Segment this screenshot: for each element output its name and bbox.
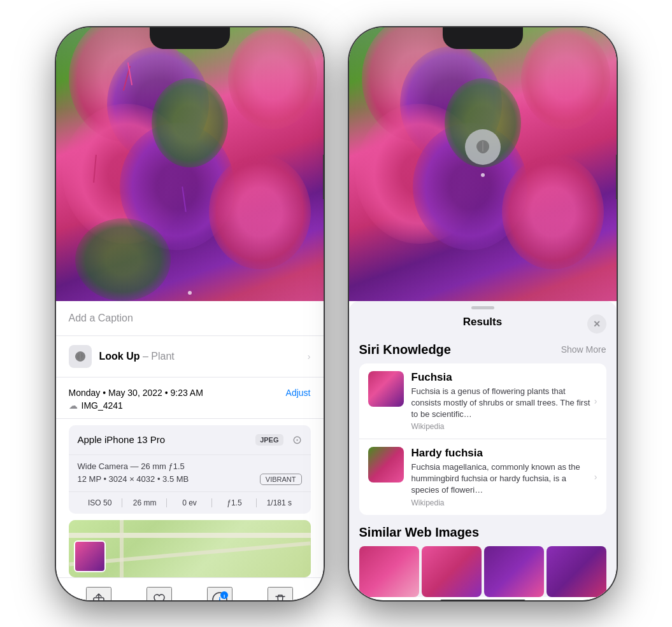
phone1-notch [150,27,230,49]
jpeg-badge: JPEG [255,434,283,446]
knowledge-item-hardy-fuchsia[interactable]: Hardy fuchsia Fuchsia magellanica, commo… [359,439,606,515]
knowledge-card: Fuchsia Fuchsia is a genus of flowering … [359,363,606,515]
map-mini-photo [74,540,106,572]
wide-camera-text: Wide Camera — 26 mm ƒ1.5 [78,461,302,471]
show-more-button[interactable]: Show More [561,344,606,355]
camera-details: Wide Camera — 26 mm ƒ1.5 12 MP • 3024 × … [69,455,311,492]
adjust-button[interactable]: Adjust [286,388,311,398]
date-text: Monday • May 30, 2022 • 9:23 AM [69,388,203,398]
results-header: Results ✕ [349,309,617,335]
caption-area[interactable]: Add a Caption [56,301,324,336]
mp-row: 12 MP • 3024 × 4032 • 3.5 MB VIBRANT [78,474,302,485]
cloud-icon: ☁ [69,400,78,411]
phone2-screen: Results ✕ Siri Knowledge Show More [349,27,617,600]
fuchsia-name: Fuchsia [411,371,590,384]
camera-name: Apple iPhone 13 Pro [78,434,166,445]
fuchsia-text: Fuchsia Fuchsia is a genus of flowering … [411,371,590,432]
close-icon: ✕ [593,319,601,329]
fuchsia-source: Wikipedia [411,422,590,431]
phone-1: Add a Caption Look Up – Plant › [56,27,324,600]
date-row: Monday • May 30, 2022 • 9:23 AM Adjust [69,388,311,398]
results-scroll[interactable]: Siri Knowledge Show More Fuchsia Fuchsia… [349,335,617,597]
hardy-fuchsia-name: Hardy fuchsia [411,447,590,460]
filename-row: ☁ IMG_4241 [69,400,311,411]
leaf-lookup-icon [74,350,87,363]
lookup-label: Look Up – Plant [99,351,175,362]
lookup-icon [69,345,92,368]
lookup-chevron-icon: › [308,351,311,362]
hardy-fuchsia-thumbnail [368,447,404,483]
results-close-button[interactable]: ✕ [587,314,606,334]
phone1-photo[interactable] [56,27,324,301]
heart-icon [152,593,166,600]
map-section[interactable] [69,520,311,577]
siri-knowledge-header: Siri Knowledge Show More [359,342,606,357]
dot-indicator [481,173,485,177]
exif-shutter: 1/181 s [257,498,301,507]
date-section: Monday • May 30, 2022 • 9:23 AM Adjust ☁… [56,377,324,419]
info-button[interactable]: i i [207,587,232,600]
fuchsia-chevron-icon: › [594,396,597,406]
results-panel: Results ✕ Siri Knowledge Show More [349,301,617,597]
hardy-fuchsia-desc: Fuchsia magellanica, commonly known as t… [411,461,590,497]
similar-image-4[interactable] [547,546,606,597]
svg-text:i: i [218,596,220,600]
phone1-content: Add a Caption Look Up – Plant › [56,301,324,577]
fuchsia-desc: Fuchsia is a genus of flowering plants t… [411,386,590,421]
similar-image-2[interactable] [422,546,482,597]
hardy-fuchsia-text: Hardy fuchsia Fuchsia magellanica, commo… [411,447,590,507]
mp-text: 12 MP • 3024 × 4032 • 3.5 MB [78,474,189,484]
share-button[interactable] [86,587,111,600]
favorite-button[interactable] [147,587,172,600]
similar-images-grid[interactable] [359,546,606,597]
settings-icon[interactable]: ⊙ [292,433,302,447]
similar-web-images-section: Similar Web Images [359,525,606,597]
knowledge-item-fuchsia[interactable]: Fuchsia Fuchsia is a genus of flowering … [359,363,606,440]
phone1-screen: Add a Caption Look Up – Plant › [56,27,324,600]
filename-text: IMG_4241 [82,400,123,411]
exif-row: ISO 50 26 mm 0 ev ƒ1.5 1/181 s [69,492,311,514]
exif-focal: 26 mm [122,498,167,507]
info-icon: i i [211,591,228,600]
home-indicator-2 [440,600,525,600]
fuchsia-thumbnail [368,371,404,407]
siri-knowledge-title: Siri Knowledge [359,342,451,357]
hardy-fuchsia-source: Wikipedia [411,498,590,507]
camera-header: Apple iPhone 13 Pro JPEG ⊙ [69,425,311,455]
camera-section: Apple iPhone 13 Pro JPEG ⊙ Wide Camera —… [69,425,311,514]
similar-image-3[interactable] [484,546,544,597]
similar-image-1[interactable] [359,546,419,597]
visual-lookup-button[interactable] [465,129,501,165]
trash-icon [273,593,287,600]
phone2-notch [443,27,523,49]
phone1-toolbar: i i [56,577,324,600]
phone2-photo[interactable] [349,27,617,301]
leaf-visual-icon [474,138,492,156]
lookup-row[interactable]: Look Up – Plant › [56,336,324,377]
caption-placeholder[interactable]: Add a Caption [69,313,133,323]
delete-button[interactable] [268,587,293,600]
camera-header-right: JPEG ⊙ [255,433,301,447]
exif-aperture: ƒ1.5 [212,498,257,507]
exif-iso: ISO 50 [78,498,122,507]
results-title: Results [463,316,502,328]
share-icon [92,593,106,600]
svg-text:i: i [224,593,225,599]
exif-ev: 0 ev [167,498,211,507]
vibrant-badge: VIBRANT [260,474,302,485]
phone-2: Results ✕ Siri Knowledge Show More [349,27,617,600]
similar-web-images-title: Similar Web Images [359,525,606,540]
flower-background [56,27,324,301]
hardy-fuchsia-chevron-icon: › [594,472,597,482]
